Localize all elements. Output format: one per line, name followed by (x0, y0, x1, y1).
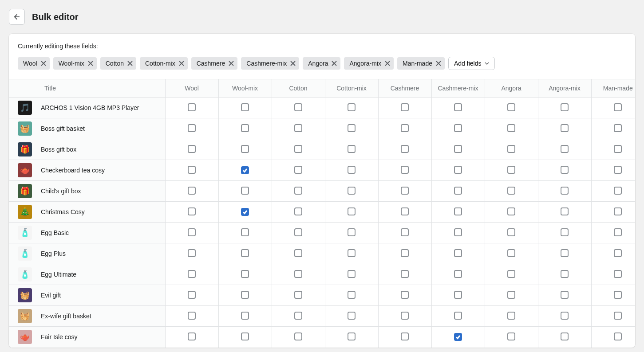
checkbox[interactable] (561, 312, 569, 320)
checkbox[interactable] (348, 145, 356, 153)
back-button[interactable] (9, 9, 25, 25)
checkbox[interactable] (454, 333, 462, 341)
checkbox[interactable] (614, 249, 622, 257)
product-title[interactable]: Evil gift (41, 292, 61, 299)
checkbox[interactable] (401, 332, 409, 340)
checkbox[interactable] (561, 332, 569, 340)
checkbox[interactable] (454, 187, 462, 195)
checkbox[interactable] (294, 270, 302, 278)
product-title[interactable]: Egg Plus (41, 250, 66, 257)
checkbox[interactable] (507, 103, 515, 111)
close-icon[interactable] (332, 61, 337, 66)
checkbox[interactable] (348, 103, 356, 111)
checkbox[interactable] (401, 312, 409, 320)
checkbox[interactable] (188, 145, 196, 153)
checkbox[interactable] (241, 228, 249, 236)
product-title[interactable]: Ex-wife gift basket (41, 313, 91, 320)
checkbox[interactable] (507, 270, 515, 278)
checkbox[interactable] (294, 291, 302, 299)
checkbox[interactable] (401, 187, 409, 195)
checkbox[interactable] (348, 207, 356, 215)
product-title[interactable]: Christmas Cosy (41, 208, 85, 215)
checkbox[interactable] (561, 228, 569, 236)
product-title[interactable]: Boss gift basket (41, 125, 85, 132)
checkbox[interactable] (401, 103, 409, 111)
checkbox[interactable] (188, 187, 196, 195)
checkbox[interactable] (348, 124, 356, 132)
product-title[interactable]: Child's gift box (41, 188, 81, 195)
checkbox[interactable] (507, 228, 515, 236)
checkbox[interactable] (241, 166, 249, 174)
checkbox[interactable] (507, 124, 515, 132)
checkbox[interactable] (614, 312, 622, 320)
checkbox[interactable] (188, 312, 196, 320)
product-title[interactable]: Egg Basic (41, 229, 69, 236)
checkbox[interactable] (614, 166, 622, 174)
close-icon[interactable] (179, 61, 184, 66)
checkbox[interactable] (188, 332, 196, 340)
checkbox[interactable] (454, 103, 462, 111)
checkbox[interactable] (454, 270, 462, 278)
checkbox[interactable] (454, 166, 462, 174)
close-icon[interactable] (385, 61, 390, 66)
checkbox[interactable] (614, 187, 622, 195)
checkbox[interactable] (507, 249, 515, 257)
checkbox[interactable] (561, 187, 569, 195)
checkbox[interactable] (507, 332, 515, 340)
checkbox[interactable] (614, 228, 622, 236)
checkbox[interactable] (561, 270, 569, 278)
checkbox[interactable] (614, 103, 622, 111)
checkbox[interactable] (561, 166, 569, 174)
checkbox[interactable] (294, 145, 302, 153)
checkbox[interactable] (401, 145, 409, 153)
checkbox[interactable] (294, 187, 302, 195)
checkbox[interactable] (294, 249, 302, 257)
checkbox[interactable] (241, 291, 249, 299)
checkbox[interactable] (401, 249, 409, 257)
add-fields-button[interactable]: Add fields (448, 57, 495, 70)
checkbox[interactable] (401, 124, 409, 132)
product-title[interactable]: ARCHOS 1 Vision 4GB MP3 Player (41, 104, 139, 111)
checkbox[interactable] (614, 291, 622, 299)
checkbox[interactable] (348, 332, 356, 340)
checkbox[interactable] (561, 207, 569, 215)
checkbox[interactable] (507, 291, 515, 299)
close-icon[interactable] (229, 61, 234, 66)
checkbox[interactable] (188, 124, 196, 132)
close-icon[interactable] (290, 61, 296, 66)
product-title[interactable]: Checkerboard tea cosy (41, 167, 105, 174)
product-title[interactable]: Boss gift box (41, 146, 76, 153)
checkbox[interactable] (454, 207, 462, 215)
checkbox[interactable] (454, 291, 462, 299)
checkbox[interactable] (454, 145, 462, 153)
checkbox[interactable] (614, 332, 622, 340)
checkbox[interactable] (294, 124, 302, 132)
checkbox[interactable] (454, 249, 462, 257)
checkbox[interactable] (454, 312, 462, 320)
checkbox[interactable] (348, 249, 356, 257)
close-icon[interactable] (88, 61, 93, 66)
close-icon[interactable] (127, 61, 133, 66)
product-title[interactable]: Egg Ultimate (41, 271, 76, 278)
checkbox[interactable] (241, 208, 249, 216)
checkbox[interactable] (454, 124, 462, 132)
close-icon[interactable] (41, 61, 46, 66)
checkbox[interactable] (348, 187, 356, 195)
checkbox[interactable] (294, 228, 302, 236)
checkbox[interactable] (188, 166, 196, 174)
checkbox[interactable] (614, 145, 622, 153)
checkbox[interactable] (188, 103, 196, 111)
checkbox[interactable] (294, 332, 302, 340)
checkbox[interactable] (561, 124, 569, 132)
checkbox[interactable] (294, 312, 302, 320)
checkbox[interactable] (507, 166, 515, 174)
checkbox[interactable] (241, 312, 249, 320)
checkbox[interactable] (348, 270, 356, 278)
checkbox[interactable] (614, 270, 622, 278)
checkbox[interactable] (401, 166, 409, 174)
checkbox[interactable] (241, 187, 249, 195)
checkbox[interactable] (401, 291, 409, 299)
checkbox[interactable] (348, 166, 356, 174)
checkbox[interactable] (188, 228, 196, 236)
checkbox[interactable] (188, 207, 196, 215)
